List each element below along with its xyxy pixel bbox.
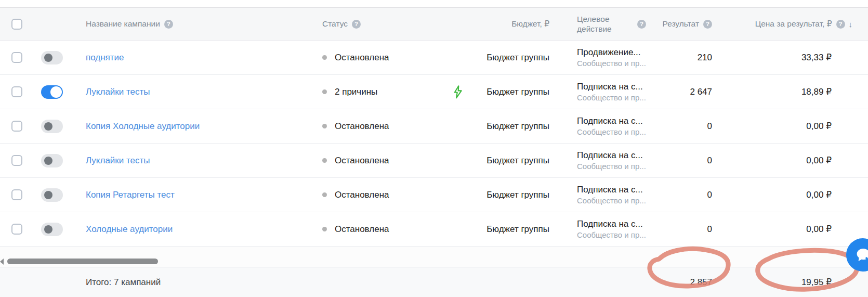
status-dot-icon (322, 55, 327, 60)
row-toggle-cell (41, 51, 86, 64)
target-action-text: Подписка на с... (577, 218, 643, 230)
row-checkbox[interactable] (11, 189, 22, 200)
header-action-cell[interactable]: Целевое действие ? (549, 14, 647, 34)
boost-lightning-icon[interactable] (451, 85, 465, 99)
campaign-enable-toggle[interactable] (41, 188, 63, 202)
campaign-enable-toggle[interactable] (41, 120, 63, 133)
row-action-cell: Подписка на с... Сообщество и пр... (549, 81, 647, 103)
status-dot-icon (322, 158, 327, 163)
row-result-cell: 0 (647, 156, 716, 166)
status-text: Остановлена (335, 224, 389, 235)
select-all-checkbox[interactable] (11, 19, 22, 30)
campaign-name-link[interactable]: поднятие (86, 53, 124, 63)
footer-price-cell: 19,95 ₽ (716, 277, 868, 288)
result-value: 0 (707, 224, 712, 235)
row-flash-cell (443, 85, 473, 99)
header-status-label: Статус (322, 19, 348, 29)
row-checkbox[interactable] (11, 121, 22, 132)
row-action-cell: Продвижение... Сообщество и пр... (549, 47, 647, 69)
row-action-cell: Подписка на с... Сообщество и пр... (549, 218, 647, 240)
row-checkbox[interactable] (11, 155, 22, 166)
target-action-subtext: Сообщество и пр... (577, 161, 646, 172)
row-budget-cell: Бюджет группы (473, 53, 549, 63)
row-price-cell: 18,89 ₽ (716, 86, 868, 97)
campaign-name-link[interactable]: Луклайки тесты (86, 87, 150, 97)
row-price-cell: 0,00 ₽ (716, 155, 868, 166)
campaign-name-link[interactable]: Копия Холодные аудитории (86, 121, 200, 132)
target-action-text: Подписка на с... (577, 150, 643, 161)
row-flash-cell (443, 119, 473, 134)
row-toggle-cell (41, 188, 86, 202)
result-value: 2 647 (690, 87, 712, 97)
row-checkbox[interactable] (11, 224, 22, 235)
chat-bubble-icon (853, 246, 868, 264)
budget-text: Бюджет группы (486, 121, 549, 132)
scroll-left-arrow-icon[interactable] (0, 259, 4, 265)
status-dot-icon (322, 192, 327, 197)
price-per-result-value: 0,00 ₽ (806, 224, 832, 235)
row-name-cell: Копия Ретаргеты тест (86, 190, 322, 200)
header-budget-cell[interactable]: Бюджет, ₽ (473, 19, 549, 29)
help-icon[interactable]: ? (164, 20, 173, 29)
row-price-cell: 0,00 ₽ (716, 224, 868, 235)
horizontal-scrollbar-thumb[interactable] (7, 259, 158, 264)
campaign-enable-toggle[interactable] (41, 51, 63, 64)
header-price-label: Цена за результат, ₽ (755, 19, 832, 29)
sort-descending-icon[interactable]: ↓ (849, 20, 853, 29)
row-checkbox-cell (0, 52, 41, 63)
row-result-cell: 0 (647, 190, 716, 200)
price-per-result-value: 33,33 ₽ (801, 52, 832, 63)
campaign-row: Копия Ретаргеты тест Остановлена Бюджет … (0, 178, 868, 212)
budget-text: Бюджет группы (486, 224, 549, 235)
row-checkbox-cell (0, 189, 41, 200)
campaign-row: Луклайки тесты Остановлена Бюджет группы… (0, 144, 868, 178)
header-result-label: Результат (663, 19, 700, 29)
header-status-cell[interactable]: Статус ? (322, 19, 443, 29)
row-budget-cell: Бюджет группы (473, 190, 549, 200)
help-icon[interactable]: ? (703, 20, 712, 29)
target-action-text: Подписка на с... (577, 184, 643, 196)
price-per-result-value: 18,89 ₽ (801, 86, 832, 97)
row-toggle-cell (41, 85, 86, 99)
row-flash-cell (443, 188, 473, 202)
status-text: Остановлена (335, 190, 389, 200)
campaign-row: поднятие Остановлена Бюджет группы Продв… (0, 41, 868, 75)
target-action-subtext: Сообщество и пр... (577, 196, 646, 206)
price-per-result-value: 0,00 ₽ (806, 189, 832, 200)
header-result-cell[interactable]: Результат ? (647, 19, 716, 29)
row-flash-cell (443, 222, 473, 237)
total-campaigns-label: Итого: 7 кампаний (86, 277, 161, 288)
toggle-knob (44, 54, 52, 62)
row-name-cell: Луклайки тесты (86, 87, 322, 97)
target-action-subtext: Сообщество и пр... (577, 58, 646, 69)
toggle-knob (44, 191, 52, 199)
campaign-enable-toggle[interactable] (41, 154, 63, 167)
status-dot-icon (322, 124, 327, 128)
row-status-cell: 2 причины (322, 87, 443, 97)
row-status-cell: Остановлена (322, 224, 443, 235)
target-action-text: Продвижение... (577, 47, 641, 58)
budget-text: Бюджет группы (486, 156, 549, 166)
table-header-row: Название кампании ? Статус ? Бюджет, ₽ Ц… (0, 7, 868, 41)
target-action-subtext: Сообщество и пр... (577, 93, 646, 103)
target-action-text: Подписка на с... (577, 81, 643, 93)
campaign-name-link[interactable]: Луклайки тесты (86, 156, 150, 166)
campaign-name-link[interactable]: Копия Ретаргеты тест (86, 190, 175, 200)
header-name-cell[interactable]: Название кампании ? (86, 19, 322, 29)
header-price-cell[interactable]: Цена за результат, ₽ ? ↓ (716, 19, 868, 29)
campaign-name-link[interactable]: Холодные аудитории (86, 224, 173, 235)
help-icon[interactable]: ? (352, 20, 361, 29)
price-per-result-value: 0,00 ₽ (806, 155, 832, 166)
help-icon[interactable]: ? (836, 20, 845, 29)
campaign-enable-toggle[interactable] (41, 223, 63, 236)
result-value: 0 (707, 190, 712, 200)
row-checkbox[interactable] (11, 52, 22, 63)
row-toggle-cell (41, 223, 86, 236)
row-toggle-cell (41, 120, 86, 133)
help-icon[interactable]: ? (637, 20, 646, 29)
row-checkbox[interactable] (11, 86, 22, 97)
campaign-enable-toggle[interactable] (41, 85, 63, 99)
footer-total-cell: Итого: 7 кампаний (86, 277, 322, 288)
status-text: Остановлена (335, 121, 389, 132)
row-checkbox-cell (0, 155, 41, 166)
